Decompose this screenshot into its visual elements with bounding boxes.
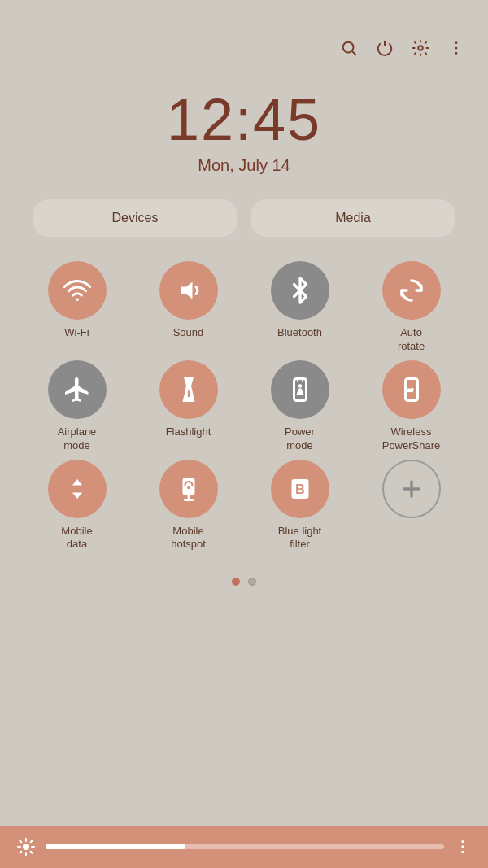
airplane-icon-circle	[48, 360, 107, 419]
media-button[interactable]: Media	[251, 199, 455, 237]
svg-text:B: B	[295, 482, 305, 496]
toggle-wireless-powershare[interactable]: WirelessPowerShare	[359, 360, 464, 453]
wifi-label: Wi-Fi	[64, 326, 89, 340]
wifi-icon-circle	[48, 261, 107, 320]
power-icon[interactable]	[376, 39, 394, 57]
svg-point-12	[298, 384, 302, 388]
pagination-dots	[0, 558, 488, 599]
svg-point-4	[455, 47, 458, 50]
toggle-sound[interactable]: Sound	[136, 261, 241, 354]
svg-point-2	[418, 46, 423, 50]
sound-icon-circle	[159, 261, 218, 320]
svg-line-25	[20, 840, 21, 842]
brightness-icon	[16, 837, 36, 857]
wireless-powershare-icon-circle	[382, 360, 441, 419]
clock-section: 12:45 Mon, July 14	[0, 70, 488, 199]
settings-icon[interactable]	[412, 39, 429, 57]
toggle-add[interactable]	[359, 460, 464, 552]
clock-time: 12:45	[0, 86, 488, 153]
svg-point-15	[187, 486, 190, 489]
svg-point-30	[461, 845, 464, 848]
svg-marker-7	[181, 282, 193, 299]
svg-point-31	[461, 851, 464, 853]
brightness-bar[interactable]	[0, 826, 488, 868]
device-media-row: Devices Media	[0, 199, 488, 261]
svg-point-20	[23, 844, 29, 850]
flashlight-label: Flashlight	[166, 425, 211, 439]
pagination-dot-1[interactable]	[248, 578, 256, 586]
wireless-powershare-label: WirelessPowerShare	[382, 425, 441, 453]
devices-button[interactable]: Devices	[33, 199, 237, 237]
search-icon[interactable]	[340, 39, 358, 57]
pagination-dot-0[interactable]	[232, 578, 240, 586]
svg-point-29	[461, 840, 464, 843]
toggle-bluetooth[interactable]: Bluetooth	[247, 261, 352, 354]
more-icon[interactable]	[447, 39, 465, 57]
toggles-grid: Wi-Fi Sound Bluetooth A	[0, 261, 488, 552]
brightness-track[interactable]	[46, 844, 444, 849]
toggle-mobiledata[interactable]: Mobiledata	[24, 460, 129, 552]
brightness-more-icon[interactable]	[454, 838, 472, 856]
autorotate-label: Autorotate	[398, 326, 425, 354]
svg-point-6	[76, 298, 79, 301]
toggle-flashlight[interactable]: Flashlight	[136, 360, 241, 453]
svg-line-28	[20, 852, 21, 853]
mobiledata-icon-circle	[48, 460, 107, 518]
bluelight-label: Blue lightfilter	[278, 525, 321, 552]
toggle-hotspot[interactable]: Mobilehotspot	[136, 460, 241, 552]
autorotate-icon-circle	[382, 261, 441, 320]
toggle-autorotate[interactable]: Autorotate	[359, 261, 464, 354]
mobiledata-label: Mobiledata	[61, 525, 92, 552]
bluetooth-label: Bluetooth	[277, 326, 322, 340]
bluetooth-icon-circle	[271, 261, 329, 320]
sound-label: Sound	[173, 326, 204, 340]
svg-point-3	[455, 41, 458, 44]
airplane-label: Airplanemode	[58, 425, 97, 453]
flashlight-icon-circle	[159, 360, 218, 419]
hotspot-label: Mobilehotspot	[171, 525, 206, 552]
svg-point-5	[455, 52, 458, 55]
clock-date: Mon, July 14	[0, 156, 488, 175]
svg-line-1	[352, 51, 355, 55]
toggle-airplane[interactable]: Airplanemode	[24, 360, 129, 453]
powermode-icon-circle	[271, 360, 329, 419]
hotspot-icon-circle	[159, 460, 218, 518]
top-bar	[0, 0, 488, 70]
brightness-fill	[46, 844, 185, 849]
toggle-wifi[interactable]: Wi-Fi	[24, 261, 129, 354]
bluelight-icon-circle: B	[271, 460, 329, 518]
powermode-label: Powermode	[285, 425, 315, 453]
toggle-powermode[interactable]: Powermode	[247, 360, 352, 453]
toggle-bluelight[interactable]: B Blue lightfilter	[247, 460, 352, 552]
svg-line-27	[31, 840, 33, 842]
svg-line-26	[31, 852, 33, 853]
add-icon-circle	[382, 460, 441, 518]
